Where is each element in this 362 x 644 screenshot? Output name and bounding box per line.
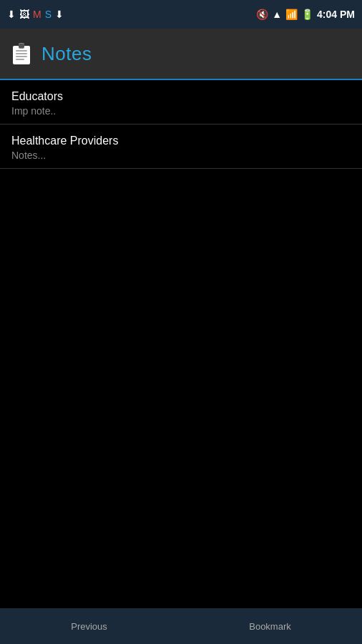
gmail-icon: M: [33, 9, 41, 20]
note-item-educators[interactable]: Educators Imp note..: [0, 80, 362, 125]
note-title-healthcare: Healthcare Providers: [11, 135, 351, 147]
download-icon: ⬇: [7, 9, 16, 20]
status-bar: ⬇ 🖼 M S ⬇ 🔇 ▲ 📶 🔋 4:04 PM: [0, 0, 362, 29]
image-icon: 🖼: [19, 9, 29, 20]
app-bar-icon: [11, 43, 31, 64]
svg-rect-3: [16, 50, 27, 52]
note-item-healthcare[interactable]: Healthcare Providers Notes...: [0, 125, 362, 169]
wifi-icon: ▲: [272, 9, 282, 20]
mute-icon: 🔇: [256, 9, 268, 20]
signal-icon: 📶: [285, 9, 298, 20]
note-preview-educators: Imp note..: [11, 105, 351, 117]
svg-rect-2: [19, 44, 24, 48]
bottom-nav: Previous Bookmark: [0, 608, 362, 644]
battery-icon: 🔋: [301, 9, 313, 20]
download2-icon: ⬇: [55, 9, 64, 20]
status-bar-right-icons: 🔇 ▲ 📶 🔋 4:04 PM: [256, 9, 355, 20]
status-bar-left-icons: ⬇ 🖼 M S ⬇: [7, 9, 64, 20]
skype-icon: S: [45, 9, 52, 20]
notepad-icon: [11, 43, 31, 64]
app-bar: Notes: [0, 29, 362, 80]
bottom-nav-previous[interactable]: Previous: [71, 621, 107, 632]
svg-rect-4: [16, 53, 27, 54]
svg-rect-6: [16, 59, 24, 60]
bottom-nav-bookmark[interactable]: Bookmark: [249, 621, 291, 632]
status-time: 4:04 PM: [317, 9, 355, 20]
notes-list: Educators Imp note.. Healthcare Provider…: [0, 80, 362, 169]
note-title-educators: Educators: [11, 90, 351, 103]
svg-rect-5: [16, 56, 27, 57]
app-bar-title: Notes: [41, 43, 92, 65]
note-preview-healthcare: Notes...: [11, 150, 351, 161]
